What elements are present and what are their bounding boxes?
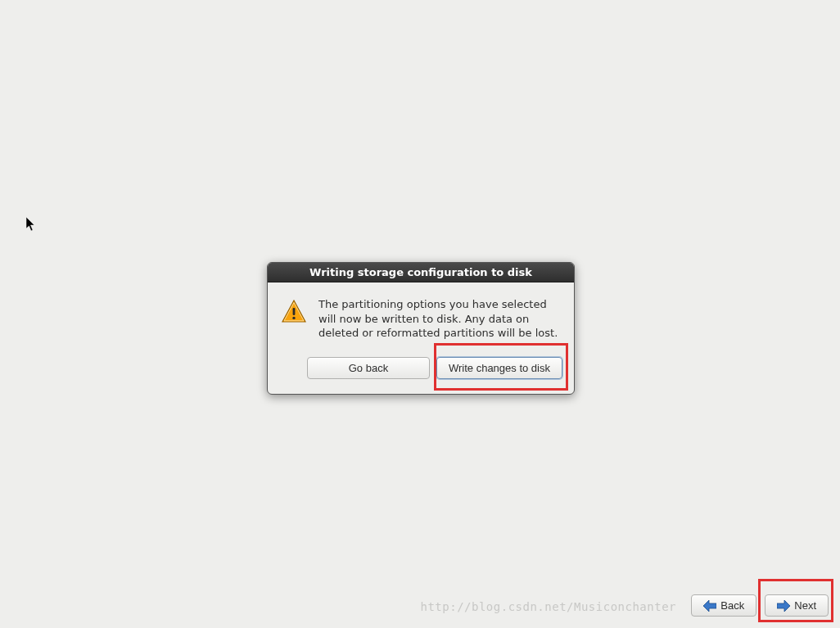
back-button[interactable]: Back <box>691 594 756 617</box>
svg-rect-0 <box>293 308 296 315</box>
go-back-button[interactable]: Go back <box>307 357 430 379</box>
write-changes-button[interactable]: Write changes to disk <box>436 357 562 379</box>
watermark-text: http://blog.csdn.net/Musiconchanter <box>420 600 676 613</box>
dialog-message: The partitioning options you have select… <box>318 297 561 341</box>
back-button-label: Back <box>720 599 744 612</box>
warning-icon <box>281 299 307 325</box>
svg-point-1 <box>292 317 295 319</box>
storage-config-dialog: Writing storage configuration to disk Th… <box>267 262 575 395</box>
arrow-right-icon <box>777 600 790 612</box>
dialog-button-row: Go back Write changes to disk <box>268 349 574 394</box>
mouse-cursor <box>26 217 36 232</box>
dialog-title: Writing storage configuration to disk <box>268 263 574 282</box>
dialog-body: The partitioning options you have select… <box>268 282 574 349</box>
next-button[interactable]: Next <box>765 594 829 617</box>
footer-nav: Back Next <box>691 594 829 617</box>
next-button-label: Next <box>794 599 816 612</box>
arrow-left-icon <box>703 600 716 612</box>
